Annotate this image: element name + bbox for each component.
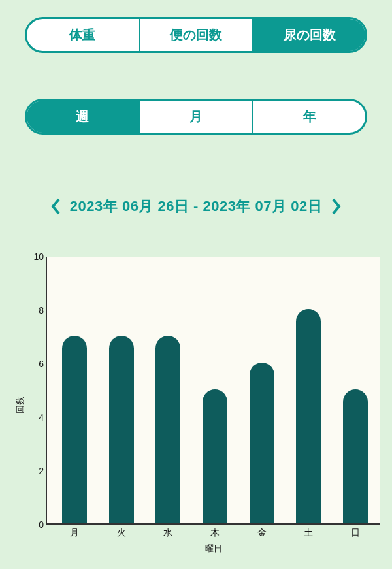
bar bbox=[250, 363, 274, 523]
bar bbox=[62, 336, 87, 523]
x-tick: 月 bbox=[70, 527, 79, 539]
x-tick: 木 bbox=[210, 527, 220, 539]
y-tick: 2 bbox=[24, 466, 44, 476]
x-tick: 火 bbox=[117, 527, 126, 539]
y-tick: 0 bbox=[24, 519, 44, 530]
y-tick: 10 bbox=[24, 252, 44, 262]
metric-tab-1[interactable]: 便の回数 bbox=[139, 19, 252, 51]
x-tick: 水 bbox=[163, 527, 172, 539]
y-tick: 4 bbox=[24, 412, 44, 423]
bar bbox=[109, 336, 134, 523]
chevron-left-icon[interactable] bbox=[50, 197, 62, 216]
metric-segmented-control: 体重便の回数尿の回数 bbox=[25, 17, 367, 53]
bar bbox=[343, 389, 368, 523]
date-range-nav: 2023年 06月 26日 - 2023年 07月 02日 bbox=[0, 197, 392, 216]
metric-tab-0[interactable]: 体重 bbox=[27, 19, 139, 51]
bar-chart: 回数 曜日 0246810月火水木金土日 bbox=[13, 252, 384, 559]
x-tick: 金 bbox=[257, 527, 267, 539]
x-axis-label: 曜日 bbox=[205, 543, 222, 555]
x-tick: 土 bbox=[304, 527, 313, 539]
period-segmented-control: 週月年 bbox=[25, 99, 367, 135]
y-tick: 6 bbox=[24, 359, 44, 369]
period-tab-1[interactable]: 月 bbox=[139, 101, 252, 133]
plot-area: 曜日 0246810月火水木金土日 bbox=[46, 257, 380, 525]
x-tick: 日 bbox=[351, 527, 360, 539]
period-tab-0[interactable]: 週 bbox=[27, 101, 139, 133]
bar bbox=[203, 389, 227, 523]
y-axis-label: 回数 bbox=[14, 397, 26, 414]
period-tab-2[interactable]: 年 bbox=[252, 101, 365, 133]
bar bbox=[155, 336, 180, 523]
date-range-label: 2023年 06月 26日 - 2023年 07月 02日 bbox=[70, 197, 322, 216]
y-tick: 8 bbox=[24, 305, 44, 316]
chevron-right-icon[interactable] bbox=[330, 197, 342, 216]
metric-tab-2[interactable]: 尿の回数 bbox=[252, 19, 365, 51]
bar bbox=[296, 309, 321, 523]
